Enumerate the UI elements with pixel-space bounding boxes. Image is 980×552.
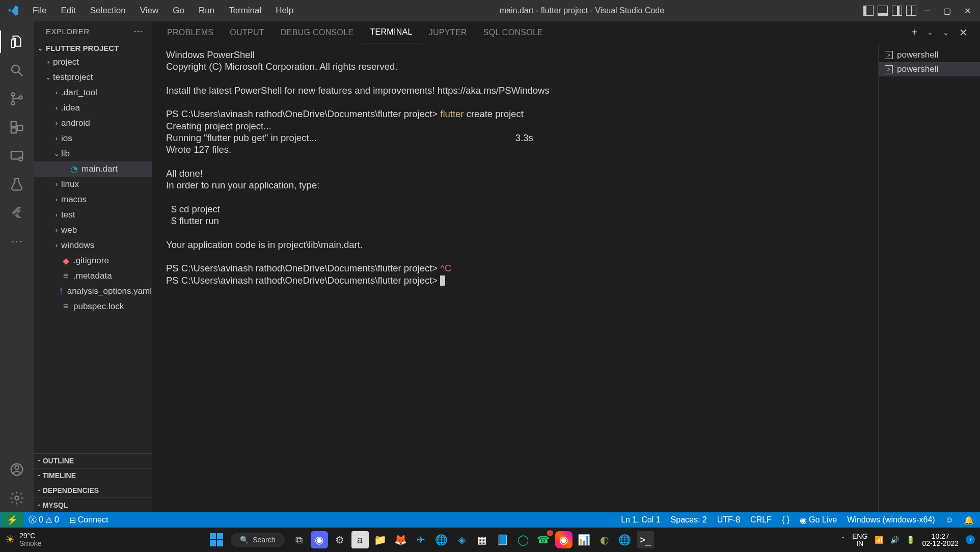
folder-item[interactable]: ›web — [34, 223, 152, 238]
status-go-live[interactable]: ◉Go Live — [795, 512, 842, 528]
tab-sql-console[interactable]: SQL CONSOLE — [475, 21, 551, 43]
status-notifications-icon[interactable]: 🔔 — [959, 512, 979, 528]
folder-item[interactable]: ⌄lib — [34, 146, 152, 161]
clock[interactable]: 10:2702-12-2022 — [922, 533, 959, 547]
folder-item[interactable]: ›macos — [34, 192, 152, 207]
taskbar-weather[interactable]: ☀ 29°CSmoke — [5, 532, 42, 547]
close-panel-icon[interactable]: ✕ — [954, 26, 973, 39]
notification-center-icon[interactable]: 7 — [966, 535, 975, 544]
folder-item[interactable]: ›.idea — [34, 100, 152, 116]
status-connect[interactable]: ⊟Connect — [64, 512, 114, 528]
activity-source-control-icon[interactable] — [0, 85, 34, 113]
file-item[interactable]: ≡pubspec.lock — [34, 299, 152, 314]
terminal-taskbar-icon[interactable]: >_ — [637, 531, 654, 548]
chrome-icon[interactable]: 🌐 — [433, 531, 450, 548]
status-eol[interactable]: CRLF — [745, 512, 777, 528]
taskbar-app-icon[interactable]: 📘 — [494, 531, 511, 548]
file-item[interactable]: ◆.gitignore — [34, 253, 152, 268]
terminal-output[interactable]: Windows PowerShell Copyright (C) Microso… — [152, 44, 878, 512]
sidebar-section-outline[interactable]: ›OUTLINE — [34, 453, 152, 468]
taskbar-app-icon[interactable]: 🌐 — [616, 531, 634, 548]
tab-problems[interactable]: PROBLEMS — [159, 21, 222, 43]
taskbar-app-icon[interactable]: ⚙ — [331, 531, 348, 548]
status-encoding[interactable]: UTF-8 — [712, 512, 745, 528]
folder-item[interactable]: ›test — [34, 207, 152, 223]
status-feedback-icon[interactable]: ☺ — [940, 512, 959, 528]
file-item[interactable]: ◔main.dart — [34, 161, 152, 177]
menu-help[interactable]: Help — [268, 0, 301, 21]
tab-jupyter[interactable]: JUPYTER — [421, 21, 475, 43]
minimize-icon[interactable]: ─ — [924, 6, 930, 16]
status-spaces[interactable]: Spaces: 2 — [666, 512, 712, 528]
menu-selection[interactable]: Selection — [83, 0, 133, 21]
maximize-icon[interactable]: ▢ — [943, 6, 951, 16]
sidebar-section-mysql[interactable]: ›MYSQL — [34, 498, 152, 512]
task-view-icon[interactable]: ⧉ — [290, 531, 308, 548]
folder-item[interactable]: ›android — [34, 116, 152, 131]
folder-item[interactable]: ›.dart_tool — [34, 85, 152, 100]
menu-edit[interactable]: Edit — [53, 0, 83, 21]
menu-run[interactable]: Run — [192, 0, 222, 21]
toggle-secondary-sidebar-icon[interactable] — [892, 6, 902, 16]
language-indicator[interactable]: ENGIN — [852, 533, 867, 547]
file-item[interactable]: !analysis_options.yaml — [34, 284, 152, 299]
remote-indicator-icon[interactable]: ⚡ — [1, 512, 23, 528]
explorer-taskbar-icon[interactable]: 📁 — [372, 531, 389, 548]
activity-more-icon[interactable]: ⋯ — [0, 227, 34, 256]
folder-item[interactable]: ›windows — [34, 238, 152, 253]
activity-remote-icon[interactable] — [0, 142, 34, 170]
file-item[interactable]: ≡.metadata — [34, 268, 152, 284]
toggle-primary-sidebar-icon[interactable] — [863, 6, 874, 16]
tray-expand-icon[interactable]: ˄ — [841, 536, 845, 544]
tab-output[interactable]: OUTPUT — [222, 21, 273, 43]
taskbar-app-icon[interactable]: ◉ — [311, 531, 328, 548]
folder-item[interactable]: ⌄testproject — [34, 70, 152, 85]
new-terminal-icon[interactable]: + — [906, 26, 922, 38]
telegram-icon[interactable]: ✈ — [413, 531, 430, 548]
start-menu-icon[interactable] — [208, 531, 225, 548]
taskbar-app-icon[interactable]: ▦ — [474, 531, 491, 548]
instagram-icon[interactable]: ◉ — [555, 531, 573, 548]
close-icon[interactable]: ✕ — [964, 6, 971, 16]
battery-icon[interactable]: 🔋 — [906, 536, 915, 544]
activity-flutter-icon[interactable] — [0, 199, 34, 227]
wifi-icon[interactable]: 📶 — [875, 536, 883, 544]
menu-go[interactable]: Go — [166, 0, 192, 21]
activity-explorer-icon[interactable] — [0, 27, 34, 56]
activity-settings-icon[interactable] — [0, 484, 34, 512]
terminal-dropdown-icon[interactable]: ⌄ — [922, 29, 938, 36]
taskbar-app-icon[interactable]: 📊 — [576, 531, 593, 548]
status-ln-col[interactable]: Ln 1, Col 1 — [616, 512, 665, 528]
whatsapp-icon[interactable]: ☎2 — [535, 531, 552, 548]
activity-extensions-icon[interactable] — [0, 113, 34, 142]
status-errors[interactable]: ⓧ0⚠0 — [23, 512, 64, 528]
edge-icon[interactable]: ◯ — [514, 531, 532, 548]
activity-accounts-icon[interactable] — [0, 455, 34, 484]
eclipse-icon[interactable]: ◐ — [596, 531, 613, 548]
status-language[interactable]: { } — [777, 512, 795, 528]
folder-item[interactable]: ›project — [34, 54, 152, 70]
folder-item[interactable]: ›linux — [34, 177, 152, 192]
activity-testing-icon[interactable] — [0, 170, 34, 199]
activity-search-icon[interactable] — [0, 56, 34, 85]
menu-file[interactable]: File — [25, 0, 53, 21]
project-section-header[interactable]: ⌄ FLUTTER PROJECT — [34, 42, 152, 54]
status-device[interactable]: Windows (windows-x64) — [842, 512, 940, 528]
volume-icon[interactable]: 🔊 — [890, 536, 899, 544]
vscode-taskbar-icon[interactable]: ◈ — [453, 531, 471, 548]
sidebar-section-dependencies[interactable]: ›DEPENDENCIES — [34, 483, 152, 498]
taskbar-app-icon[interactable]: a — [351, 531, 369, 548]
tab-terminal[interactable]: TERMINAL — [362, 21, 420, 43]
menu-view[interactable]: View — [133, 0, 166, 21]
terminal-entry[interactable]: >powershell — [879, 62, 980, 76]
tab-debug-console[interactable]: DEBUG CONSOLE — [273, 21, 362, 43]
toggle-panel-icon[interactable] — [878, 6, 888, 16]
taskbar-search[interactable]: 🔍Search — [231, 533, 284, 547]
menu-terminal[interactable]: Terminal — [222, 0, 268, 21]
explorer-more-icon[interactable]: ⋯ — [133, 25, 144, 37]
maximize-panel-icon[interactable]: ⌄ — [938, 29, 954, 37]
firefox-icon[interactable]: 🦊 — [392, 531, 410, 548]
terminal-entry[interactable]: >powershell — [879, 48, 980, 62]
customize-layout-icon[interactable] — [906, 6, 916, 16]
sidebar-section-timeline[interactable]: ›TIMELINE — [34, 468, 152, 483]
